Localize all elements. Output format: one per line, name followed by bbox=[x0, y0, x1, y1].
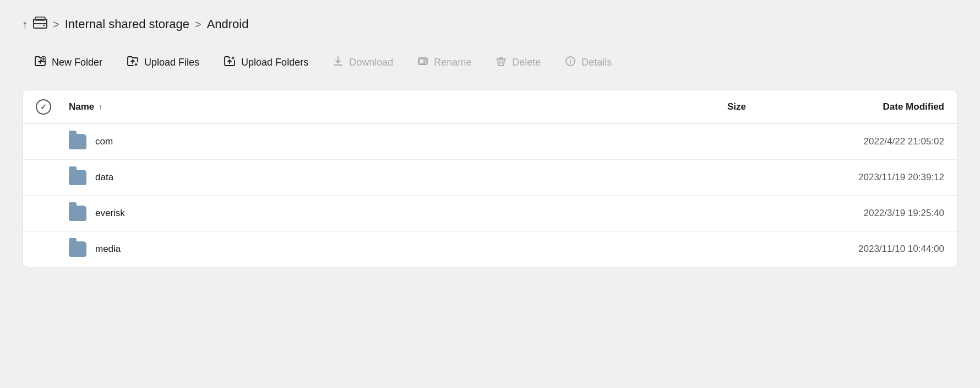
main-container: ↑ > Internal shared storage > Android bbox=[0, 0, 980, 388]
upload-folders-icon bbox=[224, 55, 236, 70]
new-folder-icon bbox=[34, 55, 46, 70]
breadcrumb-separator-2: > bbox=[195, 18, 202, 31]
toolbar: New Folder Upload Files bbox=[22, 48, 958, 77]
table-row[interactable]: data 2023/11/19 20:39:12 bbox=[23, 160, 957, 196]
folder-icon bbox=[69, 134, 86, 149]
file-name: media bbox=[95, 244, 121, 255]
row-name-col: data bbox=[69, 170, 658, 185]
table-row[interactable]: everisk 2022/3/19 19:25:40 bbox=[23, 196, 957, 231]
delete-label: Delete bbox=[512, 57, 541, 68]
details-button[interactable]: Details bbox=[553, 49, 624, 76]
row-date-modified: 2023/11/19 20:39:12 bbox=[768, 172, 944, 183]
rename-label: Rename bbox=[434, 57, 471, 68]
drive-icon bbox=[33, 17, 47, 32]
file-list-header: ✓ Name ↑ Size Date Modified bbox=[23, 90, 957, 124]
svg-rect-17 bbox=[420, 59, 424, 63]
breadcrumb-up-button[interactable]: ↑ bbox=[22, 18, 28, 31]
breadcrumb-current-folder[interactable]: Android bbox=[207, 17, 249, 31]
file-list-container: ✓ Name ↑ Size Date Modified com 2022/4/2… bbox=[22, 90, 958, 267]
select-all-checkbox[interactable]: ✓ bbox=[36, 99, 51, 115]
svg-rect-18 bbox=[424, 59, 426, 63]
download-button[interactable]: Download bbox=[320, 49, 405, 76]
folder-icon bbox=[69, 206, 86, 221]
breadcrumb-internal-storage[interactable]: Internal shared storage bbox=[65, 17, 189, 31]
rename-button[interactable]: Rename bbox=[405, 49, 483, 76]
file-name: everisk bbox=[95, 208, 125, 219]
row-name-col: media bbox=[69, 241, 658, 257]
file-name: data bbox=[95, 172, 113, 183]
row-date-modified: 2023/11/10 10:44:00 bbox=[768, 244, 944, 255]
upload-files-button[interactable]: Upload Files bbox=[115, 48, 211, 77]
rename-icon bbox=[417, 56, 428, 69]
header-date-col: Date Modified bbox=[768, 101, 944, 112]
header-size-label: Size bbox=[727, 101, 746, 112]
folder-icon bbox=[69, 170, 86, 185]
file-rows: com 2022/4/22 21:05:02 data 2023/11/19 2… bbox=[23, 124, 957, 267]
checkmark-icon: ✓ bbox=[40, 103, 47, 111]
table-row[interactable]: media 2023/11/10 10:44:00 bbox=[23, 231, 957, 267]
details-label: Details bbox=[581, 57, 612, 68]
header-checkbox-col: ✓ bbox=[36, 99, 69, 115]
upload-folders-label: Upload Folders bbox=[241, 57, 308, 68]
table-row[interactable]: com 2022/4/22 21:05:02 bbox=[23, 124, 957, 160]
row-date-modified: 2022/4/22 21:05:02 bbox=[768, 136, 944, 147]
svg-point-3 bbox=[43, 25, 45, 26]
delete-icon bbox=[496, 56, 507, 69]
new-folder-label: New Folder bbox=[52, 57, 102, 68]
sort-asc-icon: ↑ bbox=[99, 103, 102, 111]
header-size-col: Size bbox=[658, 101, 768, 112]
header-date-label: Date Modified bbox=[883, 101, 944, 112]
new-folder-button[interactable]: New Folder bbox=[22, 48, 115, 77]
details-icon bbox=[565, 56, 576, 69]
upload-folders-button[interactable]: Upload Folders bbox=[211, 48, 320, 77]
breadcrumb-separator-1: > bbox=[53, 18, 59, 31]
row-name-col: com bbox=[69, 134, 658, 149]
header-name-label: Name bbox=[69, 101, 94, 112]
breadcrumb: ↑ > Internal shared storage > Android bbox=[22, 17, 958, 32]
header-name-col[interactable]: Name ↑ bbox=[69, 101, 658, 112]
row-date-modified: 2022/3/19 19:25:40 bbox=[768, 208, 944, 219]
folder-icon bbox=[69, 241, 86, 257]
upload-files-icon bbox=[127, 55, 139, 70]
file-name: com bbox=[95, 136, 113, 147]
download-label: Download bbox=[349, 57, 393, 68]
delete-button[interactable]: Delete bbox=[483, 49, 553, 76]
download-icon bbox=[333, 56, 344, 69]
svg-point-24 bbox=[570, 59, 571, 60]
upload-files-label: Upload Files bbox=[144, 57, 199, 68]
row-name-col: everisk bbox=[69, 206, 658, 221]
